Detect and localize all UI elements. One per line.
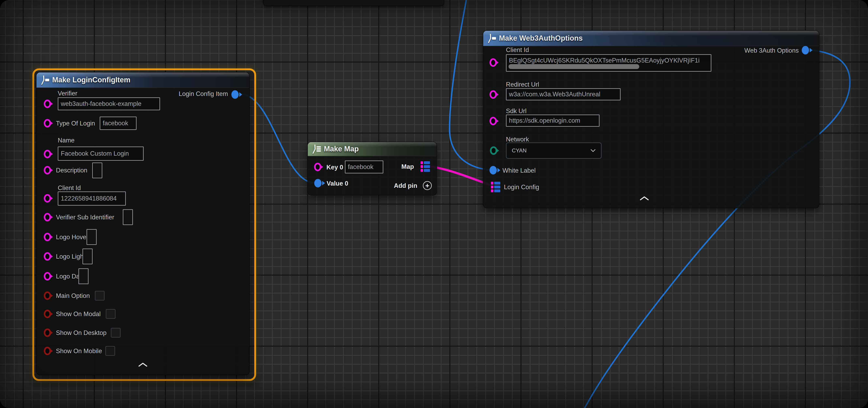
node-make-web3authoptions[interactable]: ⟩ Make Web3AuthOptions Web 3Auth Options…	[483, 30, 819, 208]
client-id-pin[interactable]	[490, 58, 497, 67]
make-struct-icon: ⟩	[41, 76, 49, 84]
verifier-input[interactable]: web3auth-facebook-example	[58, 97, 160, 110]
client-id-input[interactable]: 1222658941886084	[58, 192, 126, 206]
login-config-pin[interactable]	[491, 182, 500, 192]
verifier-sub-identifier-label: Verifier Sub Identifier	[56, 214, 114, 221]
main-option-checkbox[interactable]	[95, 291, 104, 301]
show-on-modal-pin[interactable]	[44, 310, 51, 318]
web3auth-options-output-pin[interactable]	[802, 46, 809, 55]
type-of-login-label: Type Of Login	[56, 120, 95, 127]
network-pin[interactable]	[490, 146, 497, 155]
offscreen-node-bottom-edge[interactable]	[263, 0, 444, 6]
value0-label: Value 0	[327, 180, 348, 187]
node-header[interactable]: ⟩ Make Web3AuthOptions	[483, 31, 819, 46]
network-label: Network	[506, 136, 529, 143]
white-label-pin[interactable]	[490, 166, 497, 174]
show-on-mobile-checkbox[interactable]	[105, 346, 115, 356]
network-selected-value: CYAN	[512, 147, 527, 154]
client-id-input[interactable]: BEglQSgt4cUWcj6SKRdu5QkOXTsePmMcusG5EAoy…	[506, 54, 711, 72]
show-on-desktop-label: Show On Desktop	[56, 329, 106, 337]
main-option-pin[interactable]	[44, 292, 51, 300]
logo-hover-pin[interactable]	[44, 233, 51, 241]
client-id-pin[interactable]	[44, 194, 51, 203]
key0-input[interactable]: facebook	[345, 161, 383, 173]
show-on-mobile-pin[interactable]	[44, 347, 51, 355]
node-make-loginconfigitem[interactable]: ⟩ Make LoginConfigItem Login Config Item…	[36, 72, 250, 375]
value0-pin[interactable]	[314, 179, 321, 188]
map-output-label: Map	[401, 163, 414, 170]
login-config-item-output-pin[interactable]	[231, 90, 239, 99]
node-title: Make LoginConfigItem	[52, 76, 130, 84]
show-on-modal-checkbox[interactable]	[106, 309, 116, 319]
add-pin-icon[interactable]: +	[423, 181, 432, 190]
name-input[interactable]: Facebook Custom Login	[58, 146, 144, 161]
node-header[interactable]: ⟩ Make Map	[308, 142, 437, 156]
verifier-sub-identifier-pin[interactable]	[44, 213, 51, 222]
node-header[interactable]: ⟩ Make LoginConfigItem	[36, 72, 249, 88]
logo-light-pin[interactable]	[44, 252, 51, 261]
logo-light-label: Logo Light	[56, 253, 85, 260]
redirect-url-pin[interactable]	[490, 90, 497, 99]
login-config-label: Login Config	[504, 183, 539, 191]
node-make-map[interactable]: ⟩ Make Map Key 0 facebook Map Value 0 Ad…	[307, 142, 437, 196]
description-label: Description	[56, 167, 87, 174]
make-map-icon: ⟩	[312, 145, 321, 153]
logo-hover-input[interactable]	[87, 229, 97, 245]
output-pin-label: Login Config Item	[179, 90, 228, 98]
name-pin[interactable]	[44, 150, 51, 158]
blueprint-graph-canvas[interactable]: ⟩ Make LoginConfigItem Login Config Item…	[0, 0, 868, 408]
white-label-label: White Label	[502, 167, 536, 174]
show-on-desktop-pin[interactable]	[44, 329, 51, 337]
logo-hover-label: Logo Hover	[56, 234, 88, 241]
client-id-label: Client Id	[506, 46, 529, 54]
sdk-url-pin[interactable]	[490, 117, 497, 125]
show-on-mobile-label: Show On Mobile	[56, 347, 102, 355]
node-title: Make Map	[324, 145, 359, 153]
node-title: Make Web3AuthOptions	[499, 34, 583, 42]
main-option-label: Main Option	[56, 292, 90, 300]
description-input[interactable]	[92, 163, 102, 178]
add-pin-label[interactable]: Add pin	[394, 182, 417, 190]
network-dropdown[interactable]: CYAN	[506, 142, 601, 159]
name-label: Name	[58, 137, 74, 144]
client-id-scrollbar[interactable]	[508, 64, 639, 69]
verifier-label: Verifier	[58, 90, 77, 97]
collapse-node-chevron-icon[interactable]	[138, 362, 148, 367]
logo-dark-pin[interactable]	[44, 272, 51, 280]
sdk-url-input[interactable]: https://sdk.openlogin.com	[506, 114, 599, 127]
output-pin-label: Web 3Auth Options	[744, 47, 799, 54]
logo-dark-input[interactable]	[79, 268, 89, 284]
logo-light-input[interactable]	[83, 248, 93, 264]
client-id-value: BEglQSgt4cUWcj6SKRdu5QkOXTsePmMcusG5EAoy…	[509, 57, 709, 64]
chevron-down-icon	[590, 149, 596, 152]
description-pin[interactable]	[44, 166, 51, 174]
make-struct-icon: ⟩	[488, 34, 496, 42]
client-id-label: Client Id	[58, 184, 81, 192]
collapse-node-chevron-icon[interactable]	[639, 196, 649, 201]
show-on-desktop-checkbox[interactable]	[111, 328, 121, 338]
map-output-pin[interactable]	[421, 161, 430, 172]
key0-pin[interactable]	[314, 163, 321, 171]
redirect-url-label: Redirect Url	[506, 81, 539, 88]
key0-label: Key 0	[327, 164, 343, 171]
verifier-sub-identifier-input[interactable]	[123, 209, 133, 225]
type-of-login-pin[interactable]	[44, 119, 51, 128]
sdk-url-label: Sdk Url	[506, 107, 527, 115]
show-on-modal-label: Show On Modal	[56, 310, 101, 318]
type-of-login-input[interactable]: facebook	[100, 116, 136, 130]
redirect-url-input[interactable]: w3a://com.w3a.Web3AuthUnreal	[506, 88, 621, 100]
verifier-pin[interactable]	[44, 100, 51, 108]
